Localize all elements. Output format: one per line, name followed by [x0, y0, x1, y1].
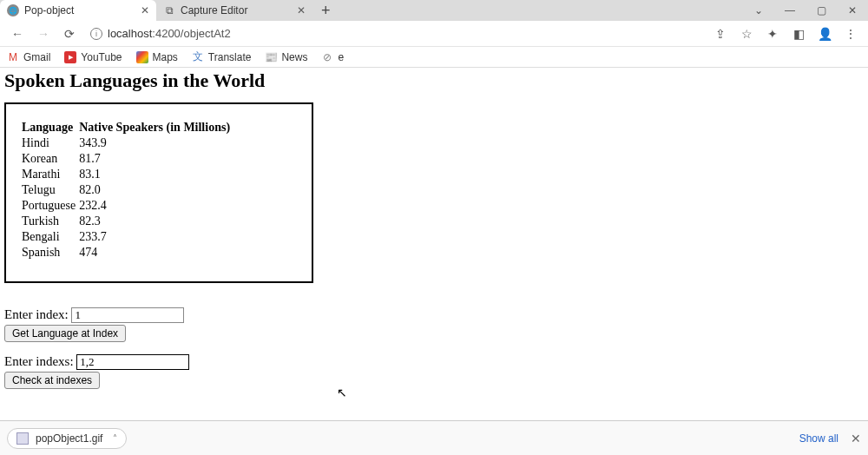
col-header-language: Language — [22, 120, 79, 135]
address-bar: ← → ⟳ i localhost:4200/objectAt2 ⇪ ☆ ✦ ◧… — [0, 21, 868, 47]
side-panel-icon[interactable]: ◧ — [786, 23, 811, 45]
chevron-up-icon[interactable]: ˄ — [113, 433, 117, 443]
table-row: Telugu82.0 — [22, 182, 233, 198]
url-bar[interactable]: i localhost:4200/objectAt2 — [83, 23, 707, 44]
forward-button[interactable]: → — [31, 23, 56, 45]
chevron-down-icon[interactable]: ⌄ — [743, 0, 774, 21]
close-icon[interactable]: ✕ — [851, 432, 861, 445]
star-icon[interactable]: ☆ — [734, 23, 759, 45]
gmail-icon: M — [7, 51, 19, 63]
table-row: Hindi343.9 — [22, 135, 233, 151]
page-viewport[interactable]: Spoken Languages in the World Language N… — [0, 68, 868, 399]
page-title: Spoken Languages in the World — [4, 69, 864, 92]
bookmark-gmail[interactable]: MGmail — [7, 51, 50, 63]
close-icon[interactable]: ✕ — [297, 4, 306, 16]
globe-icon: 🌐 — [7, 4, 19, 16]
table-row: Marathi83.1 — [22, 167, 233, 182]
bookmark-youtube[interactable]: ▶YouTube — [64, 51, 122, 63]
bookmark-translate[interactable]: 文Translate — [192, 51, 252, 63]
site-info-icon[interactable]: i — [90, 28, 102, 40]
indexes-label: Enter indexs: — [4, 354, 76, 368]
index-label: Enter index: — [4, 307, 71, 321]
col-header-speakers: Native Speakers (in Millions) — [79, 120, 233, 135]
language-table: Language Native Speakers (in Millions) H… — [22, 120, 233, 260]
get-language-button[interactable]: Get Language at Index — [4, 325, 126, 342]
index-input[interactable] — [71, 307, 184, 323]
crop-icon: ⧉ — [163, 4, 175, 16]
letter-e-icon: ⊘ — [321, 51, 333, 63]
show-all-link[interactable]: Show all — [799, 432, 838, 445]
file-icon — [16, 432, 29, 445]
tab-title: Pop-object — [24, 4, 74, 16]
tab-title: Capture Editor — [181, 4, 247, 16]
menu-icon[interactable]: ⋮ — [838, 23, 863, 45]
extensions-icon[interactable]: ✦ — [760, 23, 785, 45]
maps-icon — [136, 51, 148, 63]
bookmark-maps[interactable]: Maps — [136, 51, 178, 63]
share-icon[interactable]: ⇪ — [708, 23, 733, 45]
bookmark-news[interactable]: 📰News — [265, 51, 307, 63]
bookmark-bar: MGmail ▶YouTube Maps 文Translate 📰News ⊘e — [0, 47, 868, 68]
indexes-input[interactable] — [76, 354, 189, 370]
close-window-icon[interactable]: ✕ — [837, 0, 868, 21]
profile-icon[interactable]: 👤 — [812, 23, 837, 45]
minimize-icon[interactable]: — — [774, 0, 806, 21]
news-icon: 📰 — [265, 51, 277, 63]
table-row: Portuguese232.4 — [22, 198, 233, 214]
back-button[interactable]: ← — [5, 23, 30, 45]
table-row: Turkish82.3 — [22, 214, 233, 229]
download-bar: popObject1.gif ˄ Show all ✕ — [0, 420, 868, 455]
indexes-control: Enter indexs: Check at indexes — [4, 354, 864, 389]
table-row: Korean81.7 — [22, 151, 233, 167]
bookmark-e[interactable]: ⊘e — [321, 51, 344, 63]
table-row: Bengali233.7 — [22, 229, 233, 245]
tab-pop-object[interactable]: 🌐 Pop-object ✕ — [0, 0, 156, 21]
reload-button[interactable]: ⟳ — [57, 23, 82, 45]
window-controls: ⌄ — ▢ ✕ — [743, 0, 868, 21]
download-filename: popObject1.gif — [36, 432, 102, 445]
translate-icon: 文 — [192, 51, 204, 63]
new-tab-button[interactable]: + — [312, 2, 339, 20]
maximize-icon[interactable]: ▢ — [806, 0, 837, 21]
table-row: Spanish474 — [22, 245, 233, 260]
index-control: Enter index: Get Language at Index — [4, 307, 864, 342]
check-indexes-button[interactable]: Check at indexes — [4, 372, 100, 389]
language-table-box: Language Native Speakers (in Millions) H… — [4, 102, 313, 283]
tab-capture-editor[interactable]: ⧉ Capture Editor ✕ — [156, 0, 312, 21]
youtube-icon: ▶ — [64, 51, 76, 63]
download-chip[interactable]: popObject1.gif ˄ — [7, 428, 127, 449]
url-text: localhost:4200/objectAt2 — [108, 27, 231, 40]
tab-bar: 🌐 Pop-object ✕ ⧉ Capture Editor ✕ + ⌄ — … — [0, 0, 868, 21]
close-icon[interactable]: ✕ — [141, 4, 149, 16]
